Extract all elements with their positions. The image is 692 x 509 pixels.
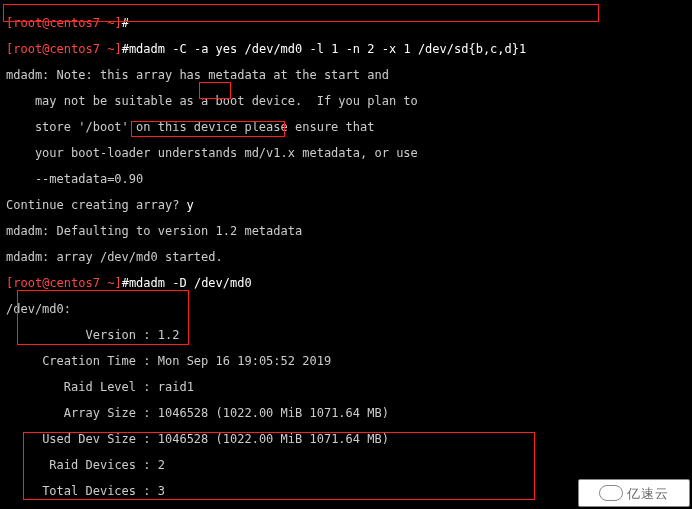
watermark-logo: 亿速云: [578, 479, 690, 507]
watermark-text: 亿速云: [627, 487, 669, 500]
field-version: Version : 1.2: [6, 329, 686, 342]
field-used-dev-size: Used Dev Size : 1046528 (1022.00 MiB 107…: [6, 433, 686, 446]
field-raid-level: Raid Level : raid1: [6, 381, 686, 394]
cloud-icon: [599, 485, 623, 501]
continue-prompt: Continue creating array? y: [6, 199, 686, 212]
output-line: mdadm: Defaulting to version 1.2 metadat…: [6, 225, 686, 238]
note-line: --metadata=0.90: [6, 173, 686, 186]
note-line: your boot-loader understands md/v1.x met…: [6, 147, 686, 160]
terminal-window[interactable]: [root@centos7 ~]# [root@centos7 ~]#mdadm…: [0, 0, 692, 509]
field-raid-devices: Raid Devices : 2: [6, 459, 686, 472]
prompt-line-partial: [root@centos7 ~]#: [6, 17, 686, 30]
field-array-size: Array Size : 1046528 (1022.00 MiB 1071.6…: [6, 407, 686, 420]
prompt-line-cmd2: [root@centos7 ~]#mdadm -D /dev/md0: [6, 277, 686, 290]
prompt-line-cmd1: [root@centos7 ~]#mdadm -C -a yes /dev/md…: [6, 43, 686, 56]
note-line: mdadm: Note: this array has metadata at …: [6, 69, 686, 82]
note-line: store '/boot' on this device please ensu…: [6, 121, 686, 134]
note-line: may not be suitable as a boot device. If…: [6, 95, 686, 108]
field-creation: Creation Time : Mon Sep 16 19:05:52 2019: [6, 355, 686, 368]
output-line: mdadm: array /dev/md0 started.: [6, 251, 686, 264]
device-header: /dev/md0:: [6, 303, 686, 316]
